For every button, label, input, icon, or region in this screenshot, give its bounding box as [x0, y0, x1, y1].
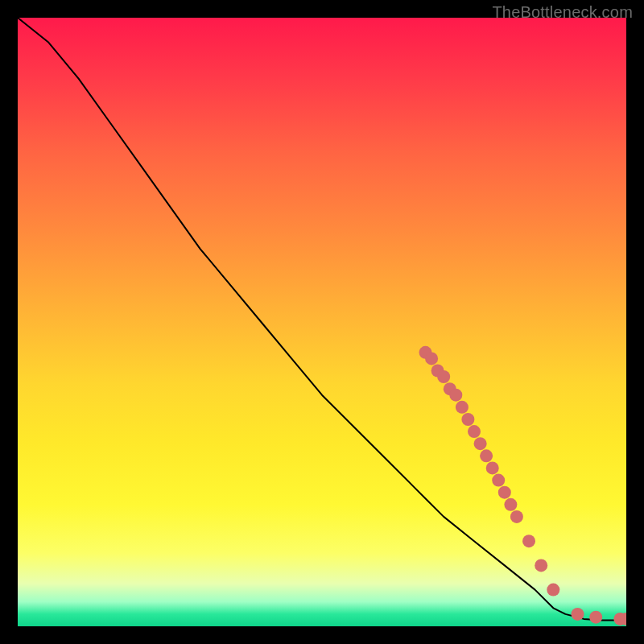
plot-area — [18, 18, 626, 626]
data-point — [522, 535, 535, 547]
data-point — [498, 486, 511, 499]
data-point — [492, 474, 505, 487]
data-point — [572, 608, 584, 621]
chart-overlay — [18, 18, 626, 626]
data-point — [425, 352, 438, 365]
watermark-text: TheBottleneck.com — [492, 3, 633, 22]
data-point — [456, 401, 469, 414]
data-point — [437, 370, 450, 383]
curve-line — [18, 18, 626, 620]
data-point — [486, 461, 499, 474]
data-point — [480, 449, 493, 462]
data-point — [474, 437, 487, 450]
data-point — [468, 425, 481, 438]
data-point — [510, 510, 523, 523]
data-point — [461, 413, 474, 426]
data-point — [449, 389, 462, 402]
chart-frame: TheBottleneck.com — [0, 0, 644, 644]
data-point — [504, 498, 517, 511]
data-point — [589, 611, 602, 624]
data-point — [547, 584, 559, 597]
data-point — [535, 559, 547, 572]
